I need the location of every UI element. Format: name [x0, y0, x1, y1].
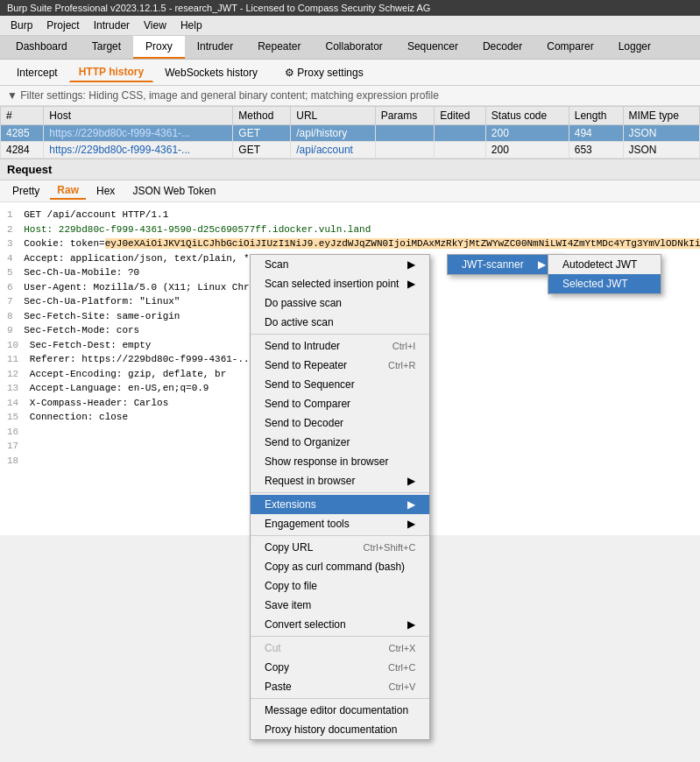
main-tab-sequencer[interactable]: Sequencer	[395, 36, 470, 59]
req-line-2: 2 Host: 229bd80c-f999-4361-9590-d25c6905…	[7, 222, 700, 237]
context-menu: Scan▶Scan selected insertion point▶Do pa…	[250, 254, 430, 535]
main-tab-dashboard[interactable]: Dashboard	[4, 36, 80, 59]
req-line-1: 1 GET /api/account HTTP/1.1	[7, 208, 700, 222]
menu-item-view[interactable]: View	[137, 18, 173, 33]
submenu-arrow: ▶	[407, 498, 415, 511]
main-tab-comparer[interactable]: Comparer	[534, 36, 605, 59]
title-bar: Burp Suite Professional v2023.12.1.5 - r…	[0, 0, 700, 16]
filter-icon: ▼	[7, 89, 20, 102]
col-header-method[interactable]: Method	[233, 107, 291, 125]
menu-bar: BurpProjectIntruderViewHelp	[0, 16, 700, 36]
col-header-status-code[interactable]: Status code	[485, 107, 569, 125]
filter-text: Filter settings: Hiding CSS, image and g…	[20, 89, 439, 102]
ctx-item-extensions[interactable]: Extensions▶	[251, 495, 429, 514]
main-tab-proxy[interactable]: Proxy	[133, 36, 185, 59]
main-tab-target[interactable]: Target	[80, 36, 133, 59]
ctx-item-request-in-browser[interactable]: Request in browser▶	[251, 471, 429, 490]
ctx-separator-13	[251, 492, 429, 493]
ctx-item-send-to-intruder[interactable]: Send to IntruderCtrl+I	[251, 336, 429, 356]
history-table: #HostMethodURLParamsEditedStatus codeLen…	[0, 106, 700, 159]
col-header-#[interactable]: #	[1, 107, 44, 125]
table-row[interactable]: 4285https://229bd80c-f999-4361-...GET/ap…	[1, 125, 700, 142]
ctx-item-show-response-in-browser[interactable]: Show response in browser	[251, 452, 429, 471]
main-tab-bar: DashboardTargetProxyIntruderRepeaterColl…	[0, 36, 700, 60]
submenu-jwt: Autodetect JWTSelected JWT	[548, 254, 661, 294]
submenu-jwt-item-selected-jwt[interactable]: Selected JWT	[548, 274, 661, 293]
ctx-item-send-to-comparer[interactable]: Send to Comparer	[251, 394, 429, 413]
main-tab-logger[interactable]: Logger	[606, 36, 663, 59]
req-tab-raw[interactable]: Raw	[50, 182, 86, 200]
ctx-item-do-passive-scan[interactable]: Do passive scan	[251, 293, 429, 313]
proxy-tab-http-history[interactable]: HTTP history	[69, 62, 153, 82]
submenu-arrow: ▶	[407, 475, 415, 487]
req-tab-pretty[interactable]: Pretty	[5, 183, 46, 199]
table-row[interactable]: 4284https://229bd80c-f999-4361-...GET/ap…	[1, 142, 700, 159]
proxy-tab-intercept[interactable]: Intercept	[7, 63, 67, 82]
filter-bar: ▼ Filter settings: Hiding CSS, image and…	[0, 86, 700, 106]
col-header-mime-type[interactable]: MIME type	[623, 107, 700, 125]
req-tab-hex[interactable]: Hex	[89, 183, 122, 199]
submenu-arrow: ▶	[538, 258, 546, 271]
req-tab-json-web-token[interactable]: JSON Web Token	[125, 183, 223, 199]
col-header-url[interactable]: URL	[291, 107, 376, 125]
ctx-item-scan[interactable]: Scan▶	[251, 255, 429, 274]
main-tab-intruder[interactable]: Intruder	[185, 36, 245, 59]
col-header-edited[interactable]: Edited	[435, 107, 485, 125]
menu-item-burp[interactable]: Burp	[4, 18, 39, 33]
submenu-arrow: ▶	[407, 518, 415, 530]
ctx-item-engagement-tools[interactable]: Engagement tools▶	[251, 514, 429, 533]
submenu-arrow: ▶	[407, 258, 415, 271]
req-line-3: 3 Cookie: token=eyJ0eXAiOiJKV1QiLCJhbGci…	[7, 236, 700, 251]
ctx-item-send-to-repeater[interactable]: Send to RepeaterCtrl+R	[251, 356, 429, 375]
proxy-tab-bar: InterceptHTTP historyWebSockets history⚙…	[0, 60, 700, 86]
ctx-item-send-to-organizer[interactable]: Send to Organizer	[251, 433, 429, 452]
menu-item-help[interactable]: Help	[173, 18, 209, 33]
history-table-wrapper: #HostMethodURLParamsEditedStatus codeLen…	[0, 106, 700, 159]
ctx-item-do-active-scan[interactable]: Do active scan	[251, 313, 429, 332]
col-header-params[interactable]: Params	[375, 107, 435, 125]
main-tab-collaborator[interactable]: Collaborator	[314, 36, 395, 59]
request-tabs: PrettyRawHexJSON Web Token▤\≡	[0, 180, 700, 202]
main-tab-repeater[interactable]: Repeater	[245, 36, 313, 59]
proxy-tab-websockets-history[interactable]: WebSockets history	[155, 63, 267, 82]
ctx-item-send-to-sequencer[interactable]: Send to Sequencer	[251, 375, 429, 394]
submenu-jwt-item-autodetect-jwt[interactable]: Autodetect JWT	[548, 255, 661, 274]
menu-item-intruder[interactable]: Intruder	[87, 18, 137, 33]
col-header-host[interactable]: Host	[44, 107, 233, 125]
title-text: Burp Suite Professional v2023.12.1.5 - r…	[7, 3, 430, 13]
menu-item-project[interactable]: Project	[39, 18, 86, 33]
main-tab-decoder[interactable]: Decoder	[470, 36, 534, 59]
request-panel-title: Request	[0, 159, 700, 180]
ctx-separator-4	[251, 334, 429, 335]
ctx-item-scan-selected-insertion-point[interactable]: Scan selected insertion point▶	[251, 274, 429, 293]
proxy-settings-button[interactable]: ⚙ Proxy settings	[278, 65, 371, 81]
submenu-arrow: ▶	[407, 278, 415, 290]
ctx-item-send-to-decoder[interactable]: Send to Decoder	[251, 413, 429, 433]
col-header-length[interactable]: Length	[569, 107, 623, 125]
submenu-extensions: JWT-scanner▶	[447, 254, 561, 275]
submenu-ext-item-jwt-scanner[interactable]: JWT-scanner▶	[448, 255, 560, 274]
